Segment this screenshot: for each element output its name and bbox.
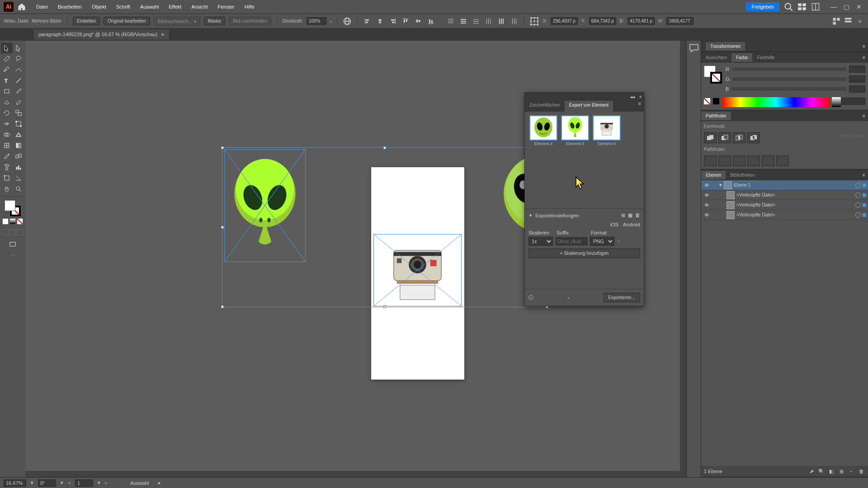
hand-tool[interactable] bbox=[1, 183, 13, 194]
edit-original-button[interactable]: Original bearbeiten bbox=[104, 17, 150, 25]
asset-label[interactable]: Element 5 bbox=[566, 141, 585, 146]
align-vcenter-icon[interactable] bbox=[414, 17, 423, 26]
format-select[interactable]: PNG bbox=[590, 237, 614, 246]
w-input[interactable] bbox=[627, 17, 655, 25]
locate-object-icon[interactable]: ⬈ bbox=[807, 467, 816, 475]
workspace-icon[interactable] bbox=[811, 2, 820, 11]
distribute-hcenter-icon[interactable] bbox=[497, 17, 506, 26]
fill-stroke-indicator[interactable] bbox=[5, 200, 21, 216]
grid-icon[interactable]: ▦ bbox=[628, 212, 632, 218]
slice-tool[interactable] bbox=[13, 173, 24, 183]
distribute-vcenter-icon[interactable] bbox=[459, 17, 468, 26]
tab-artboards[interactable]: Zeichenflächen bbox=[525, 101, 565, 112]
rotate-tool[interactable] bbox=[1, 108, 13, 118]
hex-input[interactable] bbox=[838, 98, 865, 105]
close-panel-icon[interactable]: × bbox=[639, 94, 642, 99]
target-icon[interactable] bbox=[855, 183, 861, 188]
menu-help[interactable]: Hilfe bbox=[240, 2, 259, 11]
menu-object[interactable]: Objekt bbox=[87, 2, 111, 11]
align-hcenter-icon[interactable] bbox=[376, 17, 385, 26]
suffix-input[interactable] bbox=[556, 237, 587, 245]
minus-back-icon[interactable] bbox=[776, 155, 789, 166]
add-scale-button[interactable]: + Skalierung hinzufügen bbox=[528, 249, 640, 258]
info-icon[interactable]: ⓘ bbox=[528, 294, 533, 301]
layer-name[interactable]: <Verknüpfte Datei> bbox=[736, 212, 854, 217]
zoom-tool[interactable] bbox=[13, 183, 24, 194]
collapse-icon[interactable]: ◂◂ bbox=[630, 94, 635, 99]
width-tool[interactable] bbox=[1, 118, 13, 129]
perspective-grid-tool[interactable] bbox=[13, 129, 24, 140]
asset-thumbnail[interactable] bbox=[593, 115, 621, 141]
visibility-icon[interactable]: 👁 bbox=[703, 211, 710, 219]
document-tab[interactable]: paragraph-1485228.png* @ 16.67 % (RGB/Vo… bbox=[34, 29, 169, 40]
selection-tool[interactable] bbox=[1, 42, 13, 53]
lasso-tool[interactable] bbox=[13, 53, 24, 64]
shaper-tool[interactable] bbox=[1, 97, 13, 108]
status-menu-icon[interactable]: ▸ bbox=[158, 480, 161, 486]
unite-icon[interactable] bbox=[704, 132, 717, 143]
draw-inside-icon[interactable] bbox=[17, 229, 23, 235]
shape-builder-tool[interactable] bbox=[1, 129, 13, 140]
trim-icon[interactable] bbox=[718, 155, 731, 166]
search-icon[interactable] bbox=[784, 2, 793, 11]
zoom-dropdown-icon[interactable]: ▾ bbox=[31, 480, 33, 486]
menu-type[interactable]: Schrift bbox=[112, 2, 135, 11]
r-input[interactable] bbox=[849, 66, 865, 73]
direct-selection-tool[interactable] bbox=[13, 42, 24, 53]
divide-icon[interactable] bbox=[704, 155, 717, 166]
align-right-icon[interactable] bbox=[388, 17, 397, 26]
distribute-top-icon[interactable] bbox=[446, 17, 455, 26]
panel-menu-icon[interactable]: ≡ bbox=[860, 172, 868, 178]
artboard-tool[interactable] bbox=[1, 173, 13, 183]
line-segment-tool[interactable] bbox=[13, 75, 24, 86]
tab-libraries[interactable]: Bibliotheken bbox=[726, 171, 759, 179]
tab-color-guide[interactable]: Farbhilfe bbox=[752, 53, 779, 62]
none-mode-icon[interactable] bbox=[17, 218, 23, 225]
x-input[interactable] bbox=[551, 17, 578, 25]
tab-color[interactable]: Farbe bbox=[731, 53, 752, 62]
edit-toolbar-icon[interactable]: ⋯ bbox=[10, 253, 15, 258]
align-top-icon[interactable] bbox=[401, 17, 410, 26]
placed-image-alien-1[interactable] bbox=[224, 149, 306, 262]
tab-layers[interactable]: Ebenen bbox=[701, 171, 726, 179]
tab-pathfinder[interactable]: Pathfinder bbox=[701, 112, 731, 120]
fill-stroke-preview[interactable] bbox=[704, 66, 722, 84]
export-button[interactable]: Exportieren... bbox=[604, 293, 640, 302]
paintbrush-tool[interactable] bbox=[13, 86, 24, 97]
rotation-input[interactable] bbox=[38, 479, 56, 487]
column-graph-tool[interactable] bbox=[13, 162, 24, 173]
options-menu-icon[interactable]: ≡ bbox=[855, 17, 864, 26]
mesh-tool[interactable] bbox=[1, 140, 13, 151]
type-tool[interactable]: T bbox=[1, 75, 13, 86]
rectangle-tool[interactable] bbox=[1, 86, 13, 97]
rotation-dropdown-icon[interactable]: ▾ bbox=[61, 480, 63, 486]
distribute-left-icon[interactable] bbox=[484, 17, 493, 26]
image-trace-button[interactable]: Bildnachzeich... ▾ bbox=[154, 17, 200, 26]
isolate-icon[interactable] bbox=[832, 17, 841, 26]
layer-name[interactable]: Ebene 1 bbox=[734, 183, 854, 188]
disclosure-icon[interactable]: ▼ bbox=[528, 213, 533, 218]
none-swatch-icon[interactable] bbox=[704, 98, 710, 104]
target-icon[interactable] bbox=[855, 202, 861, 208]
magic-wand-tool[interactable] bbox=[1, 53, 13, 64]
layer-name[interactable]: <Verknüpfte Datei> bbox=[736, 192, 854, 197]
gradient-tool[interactable] bbox=[13, 140, 24, 151]
artboard-dropdown-icon[interactable]: ▾ bbox=[98, 480, 100, 486]
distribute-right-icon[interactable] bbox=[509, 17, 519, 26]
layer-row[interactable]: 👁 <Verknüpfte Datei> bbox=[701, 190, 868, 200]
tab-align[interactable]: Ausrichten bbox=[701, 53, 731, 62]
visibility-icon[interactable]: 👁 bbox=[703, 202, 710, 209]
free-transform-tool[interactable] bbox=[13, 118, 24, 129]
asset-item[interactable]: Element 5 bbox=[560, 115, 590, 146]
delete-layer-icon[interactable]: 🗑 bbox=[857, 467, 865, 475]
align-to-icon[interactable] bbox=[844, 17, 853, 26]
menu-edit[interactable]: Bearbeiten bbox=[53, 2, 86, 11]
home-icon[interactable] bbox=[17, 2, 26, 11]
remove-row-icon[interactable]: × bbox=[617, 239, 620, 244]
intersect-icon[interactable] bbox=[733, 132, 745, 143]
panel-menu-icon[interactable]: ≡ bbox=[860, 113, 868, 118]
transform-reference-icon[interactable] bbox=[530, 17, 539, 26]
menu-effect[interactable]: Effekt bbox=[164, 2, 186, 11]
tab-transform[interactable]: Transformieren bbox=[706, 42, 745, 51]
zoom-input[interactable] bbox=[4, 479, 26, 487]
